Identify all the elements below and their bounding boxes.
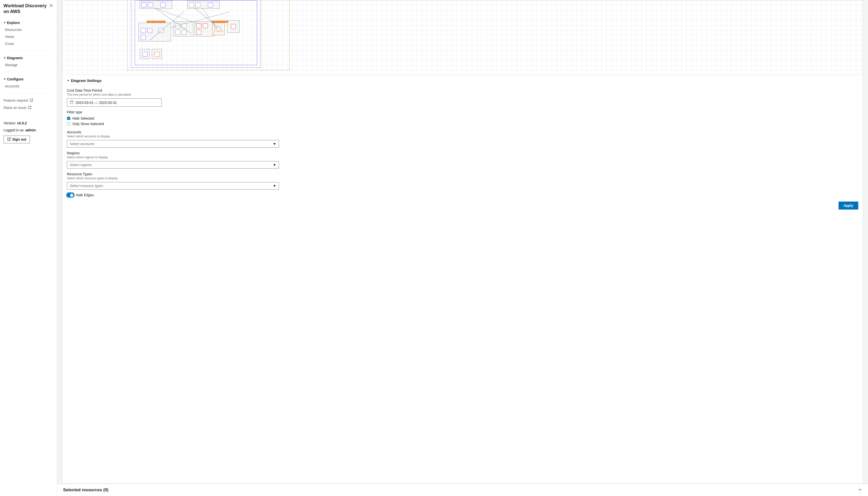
app-title: Workload Discovery on AWS	[3, 3, 49, 15]
external-link-icon	[28, 106, 31, 110]
chevron-down-icon: ▼	[273, 163, 276, 167]
radio-hide-selected[interactable]: Hide Selected	[67, 115, 858, 121]
link-label: Raise an issue	[3, 106, 27, 110]
hide-edges-toggle[interactable]	[67, 193, 74, 197]
radio-icon	[67, 117, 70, 120]
settings-title: Diagram Settings	[71, 78, 101, 83]
link-label: Feature request	[3, 98, 28, 103]
sidebar-header: Workload Discovery on AWS	[0, 3, 57, 18]
radio-icon	[67, 122, 70, 126]
main-content: Multiple Availability Zones eu-west-1,eu…	[57, 0, 868, 496]
settings-header[interactable]: ▼ Diagram Settings	[67, 78, 858, 85]
sidebar-item-costs[interactable]: Costs	[3, 40, 53, 47]
aws-service-icon	[148, 2, 153, 7]
nav-section-configure: ▼ Configure Accounts	[0, 75, 57, 91]
nav-header-diagrams[interactable]: ▼ Diagrams	[3, 55, 53, 61]
divider	[3, 51, 53, 51]
external-link-icon	[30, 98, 33, 103]
accounts-help: Select which accounts to display	[67, 135, 858, 138]
signout-icon	[7, 137, 11, 142]
calendar-icon	[70, 100, 74, 105]
select-placeholder: Select regions	[70, 163, 92, 167]
caret-down-icon: ▼	[67, 79, 69, 82]
diagram-node-group[interactable]	[152, 49, 162, 59]
region-label: eu-west-1,eu-west-2,...	[212, 21, 228, 23]
aws-target-icon	[175, 30, 180, 35]
diagram-node-group[interactable]	[195, 21, 215, 36]
radio-label: Only Show Selected	[73, 122, 104, 126]
field-cost-period: Cost Data Time Period The time period fo…	[67, 89, 858, 107]
version-text: Version: v2.0.2	[3, 120, 53, 127]
caret-down-icon: ▼	[3, 78, 6, 80]
aws-target-icon	[182, 30, 187, 35]
divider	[3, 93, 53, 93]
close-icon[interactable]	[49, 3, 53, 9]
nav-section-explore: ▼ Explore Resources Views Costs	[0, 18, 57, 48]
nav-section-diagrams: ▼ Diagrams Manage	[0, 53, 57, 69]
radio-label: Hide Selected	[73, 117, 94, 120]
multi-az-label: Multiple Availability Zones	[147, 21, 165, 23]
aws-gateway-icon	[143, 52, 147, 57]
sidebar-item-resources[interactable]: Resources	[3, 26, 53, 33]
nav-section-label: Explore	[7, 21, 20, 25]
field-hide-edges: Hide Edges	[67, 193, 858, 197]
diagram-node-group[interactable]	[227, 20, 240, 33]
field-filter-type: Filter type Hide Selected Only Show Sele…	[67, 110, 858, 127]
nav-section-label: Diagrams	[7, 56, 23, 60]
select-placeholder: Select resource types	[70, 184, 103, 188]
cost-period-input[interactable]: 2023-03-01 — 2023-03-31	[67, 98, 162, 107]
resource-types-select[interactable]: Select resource types ▼	[67, 182, 279, 189]
sidebar-item-manage[interactable]: Manage	[3, 61, 53, 68]
diagram-node-group[interactable]	[140, 1, 172, 9]
diagram-canvas[interactable]: Multiple Availability Zones eu-west-1,eu…	[62, 0, 863, 75]
selected-resources-bar[interactable]: Selected resources (0)	[57, 484, 868, 496]
field-resource-types: Resource Types Select which resource typ…	[67, 172, 858, 189]
regions-help: Select which regions to display	[67, 156, 858, 159]
aws-elb-icon	[147, 28, 152, 33]
cost-period-value: 2023-03-01 — 2023-03-31	[76, 100, 117, 105]
nav-section-label: Configure	[7, 77, 23, 81]
diagram-node-group[interactable]	[139, 23, 171, 42]
aws-service-icon	[142, 2, 146, 7]
chevron-down-icon: ▼	[273, 184, 276, 188]
nav-header-explore[interactable]: ▼ Explore	[3, 19, 53, 26]
select-placeholder: Select accounts	[70, 142, 94, 146]
apply-row: Apply	[67, 202, 858, 210]
apply-button[interactable]: Apply	[838, 202, 858, 210]
hide-edges-label: Hide Edges	[76, 193, 94, 197]
link-raise-issue[interactable]: Raise an issue	[3, 104, 53, 111]
resource-types-help: Select which resource types to display	[67, 176, 858, 180]
caret-down-icon: ▼	[3, 21, 6, 24]
regions-select[interactable]: Select regions ▼	[67, 161, 279, 169]
resource-types-label: Resource Types	[67, 172, 858, 176]
accounts-select[interactable]: Select accounts ▼	[67, 140, 279, 148]
diagram-node-group[interactable]	[140, 49, 150, 59]
cost-period-label: Cost Data Time Period	[67, 89, 858, 92]
divider	[3, 72, 53, 72]
aws-elb-icon	[141, 28, 146, 33]
field-accounts: Accounts Select which accounts to displa…	[67, 130, 858, 148]
signout-button[interactable]: Sign out	[3, 136, 30, 143]
accounts-label: Accounts	[67, 130, 858, 134]
aws-service-icon	[189, 2, 194, 7]
sidebar-item-accounts[interactable]: Accounts	[3, 83, 53, 90]
sidebar-item-views[interactable]: Views	[3, 33, 53, 40]
aws-elb-icon	[141, 35, 146, 40]
aws-iam-icon	[155, 52, 160, 57]
svg-rect-2	[70, 101, 73, 104]
aws-service-icon	[160, 2, 165, 7]
chevron-up-icon[interactable]	[858, 488, 862, 493]
link-feature-request[interactable]: Feature request	[3, 97, 53, 104]
aws-subnet-icon	[196, 30, 202, 35]
diagram-node-group[interactable]	[187, 1, 220, 9]
chevron-down-icon: ▼	[273, 142, 276, 146]
regions-label: Regions	[67, 151, 858, 155]
filter-type-radio-group: Hide Selected Only Show Selected	[67, 115, 858, 127]
filter-type-label: Filter type	[67, 110, 858, 114]
diagram-settings-panel: ▼ Diagram Settings Cost Data Time Period…	[62, 75, 863, 484]
radio-only-show-selected[interactable]: Only Show Selected	[67, 121, 858, 127]
aws-service-icon	[208, 2, 213, 7]
aws-service-icon	[195, 2, 200, 7]
divider	[3, 115, 53, 115]
nav-header-configure[interactable]: ▼ Configure	[3, 76, 53, 83]
